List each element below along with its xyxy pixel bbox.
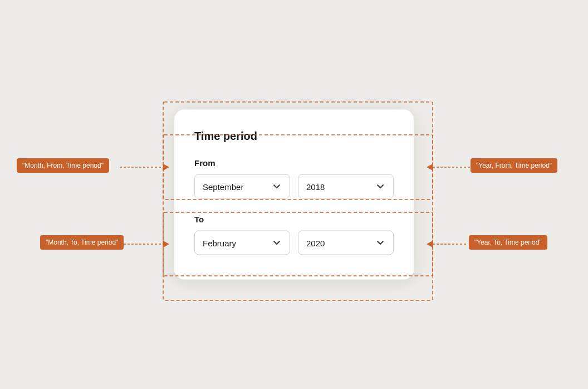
svg-marker-4: [163, 164, 169, 171]
to-section: To February 2020: [194, 215, 394, 255]
chevron-down-icon: [272, 238, 282, 248]
svg-marker-6: [427, 164, 433, 171]
from-month-dropdown[interactable]: September: [194, 174, 290, 199]
to-label: To: [194, 215, 394, 224]
chevron-down-icon: [375, 238, 385, 248]
from-dropdowns-row: September 2018: [194, 174, 394, 199]
to-month-value: February: [203, 238, 236, 247]
from-year-value: 2018: [306, 182, 325, 191]
svg-marker-8: [163, 241, 169, 247]
to-year-dropdown[interactable]: 2020: [298, 231, 394, 255]
to-month-dropdown[interactable]: February: [194, 231, 290, 255]
to-year-value: 2020: [306, 238, 325, 247]
from-section: From September 2018: [194, 158, 394, 199]
from-year-dropdown[interactable]: 2018: [298, 174, 394, 199]
svg-marker-10: [427, 241, 433, 247]
month-to-badge: "Month, To, Time period": [40, 235, 124, 250]
from-month-value: September: [203, 182, 243, 191]
chevron-down-icon: [375, 182, 385, 192]
time-period-card: Time period From September 2018: [174, 110, 414, 280]
chevron-down-icon: [272, 182, 282, 192]
card-title: Time period: [194, 130, 394, 143]
year-from-badge: "Year, From, Time period": [471, 158, 557, 173]
to-dropdowns-row: February 2020: [194, 231, 394, 255]
scene: Time period From September 2018: [0, 0, 588, 389]
from-label: From: [194, 158, 394, 168]
month-from-badge: "Month, From, Time period": [17, 158, 109, 173]
year-to-badge: "Year, To, Time period": [469, 235, 547, 250]
